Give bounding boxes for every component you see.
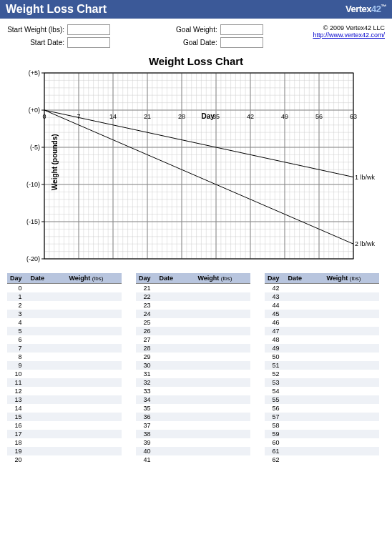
cell-date[interactable] <box>157 387 195 395</box>
cell-weight[interactable] <box>67 447 122 455</box>
cell-weight[interactable] <box>324 301 379 310</box>
cell-weight[interactable] <box>195 395 250 404</box>
cell-date[interactable] <box>285 335 324 344</box>
cell-date[interactable] <box>285 284 324 293</box>
cell-date[interactable] <box>157 395 195 404</box>
cell-weight[interactable] <box>324 430 379 438</box>
cell-date[interactable] <box>157 327 195 335</box>
cell-date[interactable] <box>157 301 195 310</box>
cell-weight[interactable] <box>67 327 122 335</box>
cell-date[interactable] <box>157 318 195 327</box>
cell-weight[interactable] <box>67 284 122 293</box>
cell-weight[interactable] <box>67 370 122 378</box>
cell-weight[interactable] <box>195 361 250 370</box>
cell-weight[interactable] <box>324 335 379 344</box>
cell-date[interactable] <box>157 284 195 293</box>
cell-weight[interactable] <box>195 421 250 430</box>
cell-date[interactable] <box>28 318 67 327</box>
cell-date[interactable] <box>285 310 324 318</box>
cell-date[interactable] <box>28 430 67 438</box>
cell-date[interactable] <box>157 404 195 413</box>
cell-weight[interactable] <box>195 318 250 327</box>
cell-date[interactable] <box>28 327 67 335</box>
cell-weight[interactable] <box>67 310 122 318</box>
cell-weight[interactable] <box>67 318 122 327</box>
cell-weight[interactable] <box>67 378 122 387</box>
cell-weight[interactable] <box>195 438 250 447</box>
cell-weight[interactable] <box>67 438 122 447</box>
goal-weight-input[interactable] <box>220 24 263 35</box>
cell-weight[interactable] <box>324 421 379 430</box>
cell-date[interactable] <box>285 430 324 438</box>
cell-weight[interactable] <box>67 430 122 438</box>
cell-date[interactable] <box>157 447 195 455</box>
cell-weight[interactable] <box>195 404 250 413</box>
cell-date[interactable] <box>28 438 67 447</box>
cell-weight[interactable] <box>67 292 122 301</box>
cell-weight[interactable] <box>67 301 122 310</box>
cell-date[interactable] <box>157 361 195 370</box>
cell-date[interactable] <box>285 292 324 301</box>
cell-weight[interactable] <box>67 361 122 370</box>
cell-weight[interactable] <box>324 344 379 353</box>
cell-weight[interactable] <box>195 370 250 378</box>
cell-weight[interactable] <box>195 327 250 335</box>
cell-weight[interactable] <box>195 284 250 293</box>
cell-weight[interactable] <box>324 447 379 455</box>
cell-weight[interactable] <box>324 292 379 301</box>
cell-weight[interactable] <box>195 301 250 310</box>
start-date-input[interactable] <box>67 37 110 48</box>
vertex-link[interactable]: http://www.vertex42.com/ <box>313 31 385 39</box>
cell-date[interactable] <box>285 404 324 413</box>
cell-date[interactable] <box>285 370 324 378</box>
cell-date[interactable] <box>28 344 67 353</box>
cell-weight[interactable] <box>67 387 122 395</box>
cell-date[interactable] <box>285 387 324 395</box>
cell-weight[interactable] <box>195 353 250 361</box>
cell-weight[interactable] <box>324 361 379 370</box>
cell-weight[interactable] <box>195 335 250 344</box>
cell-date[interactable] <box>285 361 324 370</box>
cell-weight[interactable] <box>324 353 379 361</box>
cell-date[interactable] <box>28 421 67 430</box>
cell-weight[interactable] <box>67 421 122 430</box>
cell-date[interactable] <box>157 310 195 318</box>
cell-date[interactable] <box>28 447 67 455</box>
cell-date[interactable] <box>285 455 324 464</box>
goal-date-input[interactable] <box>220 37 263 48</box>
cell-date[interactable] <box>157 378 195 387</box>
cell-date[interactable] <box>285 438 324 447</box>
cell-weight[interactable] <box>67 413 122 421</box>
cell-date[interactable] <box>157 370 195 378</box>
cell-weight[interactable] <box>324 455 379 464</box>
cell-date[interactable] <box>285 318 324 327</box>
cell-weight[interactable] <box>67 455 122 464</box>
cell-date[interactable] <box>285 395 324 404</box>
cell-date[interactable] <box>28 413 67 421</box>
cell-date[interactable] <box>157 413 195 421</box>
cell-date[interactable] <box>157 344 195 353</box>
cell-date[interactable] <box>28 292 67 301</box>
cell-date[interactable] <box>157 292 195 301</box>
cell-weight[interactable] <box>195 455 250 464</box>
cell-date[interactable] <box>157 335 195 344</box>
cell-weight[interactable] <box>324 404 379 413</box>
cell-weight[interactable] <box>195 344 250 353</box>
cell-date[interactable] <box>285 447 324 455</box>
cell-date[interactable] <box>28 361 67 370</box>
cell-date[interactable] <box>285 353 324 361</box>
cell-weight[interactable] <box>324 310 379 318</box>
cell-weight[interactable] <box>67 353 122 361</box>
cell-weight[interactable] <box>195 430 250 438</box>
cell-date[interactable] <box>28 284 67 293</box>
cell-weight[interactable] <box>195 387 250 395</box>
cell-date[interactable] <box>28 353 67 361</box>
start-weight-input[interactable] <box>67 24 110 35</box>
cell-weight[interactable] <box>195 310 250 318</box>
cell-weight[interactable] <box>324 395 379 404</box>
cell-date[interactable] <box>285 378 324 387</box>
cell-date[interactable] <box>285 301 324 310</box>
cell-date[interactable] <box>28 395 67 404</box>
cell-weight[interactable] <box>324 378 379 387</box>
cell-weight[interactable] <box>324 438 379 447</box>
